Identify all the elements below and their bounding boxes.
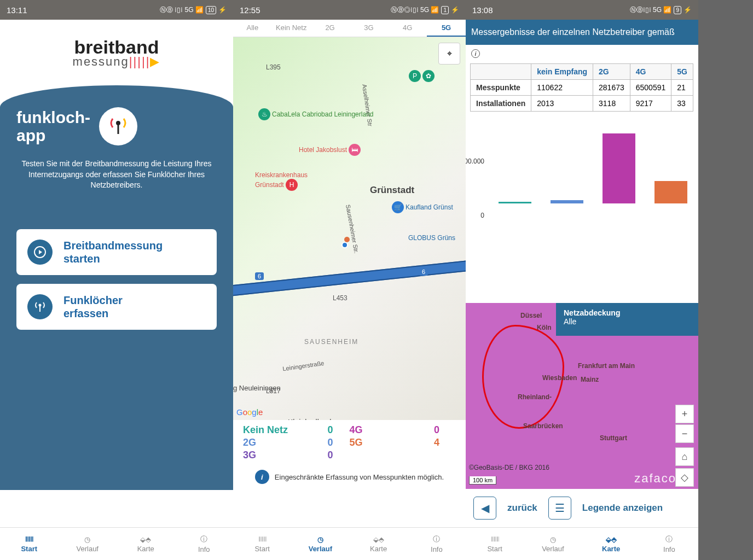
zafaco-logo: zafaco: [634, 471, 676, 486]
status-bar: 13:08 ⓃⒷ⁞▯⁞ 5G 📶 9 ⚡: [466, 0, 698, 20]
status-icons: ⓃⒷ◎⁞▯⁞ 5G 📶 1 ⚡: [391, 5, 459, 15]
status-icons: ⓃⒷ ⁞▯⁞ 5G 📶 10 ⚡: [160, 5, 227, 15]
screen-start: 13:11 ⓃⒷ ⁞▯⁞ 5G 📶 10 ⚡ breitband messung…: [0, 0, 233, 560]
district-sausenheim: SAUSENHEIM: [304, 338, 358, 346]
antenna-icon: [99, 107, 137, 145]
count-value-kein-netz: 0: [328, 424, 350, 436]
nav-info[interactable]: ⓘInfo: [175, 528, 234, 560]
city-label: Düssel: [520, 312, 542, 319]
bar-4G: [603, 133, 635, 203]
tab-5g[interactable]: 5G: [427, 20, 466, 37]
count-label-2g: 2G: [243, 437, 328, 448]
tab-alle[interactable]: Alle: [233, 20, 272, 37]
legend-label[interactable]: Legende anzeigen: [582, 503, 663, 514]
road-label: L395: [266, 63, 281, 71]
city-label: Köln: [537, 324, 552, 331]
col-4g: 4G: [630, 64, 671, 80]
hero-panel: funkloch-app Testen Sie mit der Breitban…: [0, 85, 233, 490]
antenna-icon: [27, 294, 53, 319]
bar-chart: 05.000.000: [488, 128, 693, 215]
count-value-2g: 0: [328, 437, 350, 448]
nav-karte[interactable]: ⬙⬘Karte: [117, 528, 175, 560]
tab-2g[interactable]: 2G: [311, 20, 350, 37]
zoom-in-button[interactable]: +: [675, 405, 694, 423]
info-icon: i: [471, 49, 480, 58]
city-neuleiningen: g Neuleiningen: [233, 384, 281, 392]
status-icons: ⓃⒷ⁞▯⁞ 5G 📶 9 ⚡: [630, 5, 692, 15]
highway-a6: [233, 259, 466, 297]
back-button[interactable]: ◀: [473, 497, 496, 520]
table-row: Messpunkte110622281673650059121: [471, 80, 693, 96]
nav-verlauf[interactable]: ◷Verlauf: [59, 528, 117, 560]
footer-link[interactable]: hier: [166, 520, 176, 527]
results-table: kein Empfang2G4G5G Messpunkte11062228167…: [470, 63, 693, 112]
warning-text: Eingeschränkte Erfassung von Messpunkten…: [275, 473, 444, 481]
nav-verlauf[interactable]: ◷Verlauf: [291, 528, 349, 560]
status-bar: 13:11 ⓃⒷ ⁞▯⁞ 5G 📶 10 ⚡: [0, 0, 233, 20]
bottom-nav: ⦀⦀⦀Start ◷Verlauf ⬙⬘Karte ⓘInfo: [0, 527, 233, 560]
map-canvas[interactable]: 6 6 L395 L453 L517 Asselheimer Str Sause…: [233, 37, 466, 420]
locate-button[interactable]: ◇: [675, 468, 694, 487]
screen-map: 12:55 ⓃⒷ◎⁞▯⁞ 5G 📶 1 ⚡ Alle Kein Netz 2G …: [233, 0, 466, 560]
col-2g: 2G: [593, 64, 630, 80]
tab-kein-netz[interactable]: Kein Netz: [272, 20, 311, 37]
nav-karte[interactable]: ⬙⬘Karte: [350, 528, 408, 560]
city-label: Saarbrücken: [523, 422, 563, 430]
google-attribution: Google: [236, 407, 263, 417]
bar-2G: [551, 200, 583, 203]
locate-button[interactable]: ⌖: [438, 43, 460, 65]
nav-info[interactable]: ⓘInfo: [408, 528, 466, 560]
capture-deadzones-button[interactable]: Funklöchererfassen: [16, 284, 217, 330]
tab-3g[interactable]: 3G: [349, 20, 388, 37]
info-row[interactable]: i: [466, 45, 698, 61]
city-label: Mainz: [581, 376, 599, 383]
user-location-dot: [341, 242, 348, 248]
play-icon: [27, 240, 53, 265]
map-actions: ◀ zurück ☰ Legende anzeigen: [466, 489, 698, 527]
city-label: Wiesbaden: [542, 374, 577, 382]
road-label: Leiningerstraße: [282, 360, 325, 372]
coverage-map[interactable]: NetzabdeckungAlle Düssel Köln Frankfurt …: [466, 303, 698, 489]
count-value-3g: 0: [328, 450, 350, 461]
count-label-kein-netz: Kein Netz: [243, 424, 328, 436]
count-label-5g: 5G: [350, 437, 435, 448]
svg-marker-3: [39, 250, 42, 254]
bottom-nav: ⦀⦀⦀Start ◷Verlauf ⬙⬘Karte ⓘInfo: [233, 527, 466, 560]
nav-start[interactable]: ⦀⦀⦀Start: [0, 528, 59, 560]
button-label: Breitbandmessungstarten: [63, 239, 163, 265]
nav-info[interactable]: ⓘInfo: [640, 528, 698, 560]
poi-kaufland[interactable]: 🛒Kaufland Grünst: [392, 201, 453, 213]
clock: 12:55: [240, 5, 260, 15]
zoom-out-button[interactable]: −: [675, 424, 694, 443]
status-bar: 12:55 ⓃⒷ◎⁞▯⁞ 5G 📶 1 ⚡: [233, 0, 466, 20]
poi-krankenhaus[interactable]: KreiskrankenhausGrünstadt H: [255, 171, 308, 191]
tab-4g[interactable]: 4G: [388, 20, 427, 37]
counts-panel: Kein Netz0 4G0 2G0 5G4 3G0: [233, 420, 466, 465]
bar-kein Empfang: [499, 202, 531, 203]
screen-results: 13:08 ⓃⒷ⁞▯⁞ 5G 📶 9 ⚡ Messergebnisse der …: [466, 0, 698, 560]
footer-text: Weitere Informationen zur Breitbandmessu…: [0, 512, 233, 527]
city-label: Frankfurt am Main: [578, 362, 635, 370]
back-label[interactable]: zurück: [507, 503, 537, 514]
hwy-shield: 6: [419, 268, 428, 276]
poi-cabalela[interactable]: ♨CabaLela Cabriobad Leiningerland: [258, 108, 373, 120]
nav-karte[interactable]: ⬙⬘Karte: [582, 528, 640, 560]
poi-globus[interactable]: GLOBUS Grüns: [408, 234, 455, 242]
map-overlay: NetzabdeckungAlle: [556, 303, 698, 336]
count-label-4g: 4G: [350, 424, 435, 436]
home-button[interactable]: ⌂: [675, 447, 694, 466]
clock: 13:11: [7, 5, 27, 15]
map-scale: 100 km: [469, 476, 496, 485]
city-label: Rheinland-: [518, 393, 552, 401]
poi-jakobslust[interactable]: Hotel Jakobslust 🛏: [299, 144, 362, 156]
count-label-3g: 3G: [243, 450, 328, 461]
nav-start[interactable]: ⦀⦀⦀Start: [233, 528, 291, 560]
nav-start[interactable]: ⦀⦀⦀Start: [466, 528, 524, 560]
table-row: Installationen20133118921733: [471, 96, 693, 112]
nav-verlauf[interactable]: ◷Verlauf: [524, 528, 582, 560]
count-value-4g: 0: [434, 424, 456, 436]
measurement-dot: [344, 237, 350, 242]
city-gruenstadt: Grünstadt: [370, 185, 414, 196]
legend-button[interactable]: ☰: [548, 497, 571, 520]
start-measurement-button[interactable]: Breitbandmessungstarten: [16, 229, 217, 275]
